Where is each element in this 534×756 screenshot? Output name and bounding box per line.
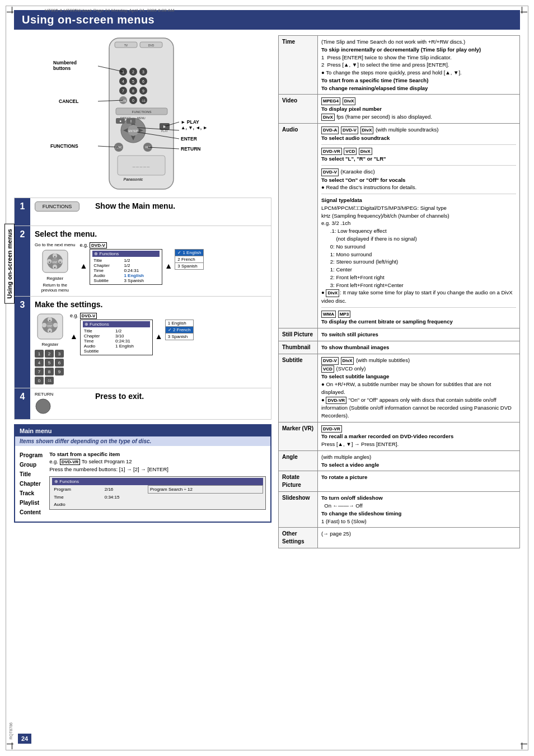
content-subtitle: DVD-V DivX (with multiple subtitles) VCD… [318,354,520,422]
svg-text:MENU: MENU [137,116,146,120]
table-row: Subtitle [83,349,150,354]
step-3-menu-table: Title1/2 Chapter3/10 Time0:24:31 Audio1 … [83,328,150,354]
tag-mp3: MP3 [338,311,350,318]
desc-program-bold: To start from a specific item [49,451,120,457]
step-2-screen-menu: ⊕ Functions Title1/2 Chapter1/2 Time0:24… [90,249,162,285]
step-3-option-1: 1 English [165,320,194,327]
content-thumbnail: To show thumbnail images [318,341,520,354]
cell [148,494,263,501]
svg-text:FUNCTIONS: FUNCTIONS [50,143,78,149]
svg-text:◄: ◄ [48,260,50,264]
svg-text:ENTER: ENTER [181,136,197,142]
step-3-register: Register [35,342,65,347]
tag-dvd-v-sub: DVD-V [321,357,339,365]
num-7: 7 [35,368,44,375]
step-3-option-3: 3 Spanish [165,334,194,340]
svg-text:6: 6 [142,79,144,83]
table-row-slideshow: Slideshow To turn on/off slideshow On ←—… [279,492,520,528]
step-1-row: 1 FUNCTIONS Show the Main menu. [15,198,271,226]
step-3-disc: DVD-V [80,313,97,319]
svg-text:ENT: ENT [53,261,58,264]
angle-bold: To select a video angle [321,462,379,468]
label-rotate: RotatePicture [279,471,318,492]
step-1-number: 1 [15,198,30,226]
time-bold-2: To start from a specific time (Time Sear… [321,77,428,83]
cell: 2/16 [103,486,148,494]
content-video: MPEG4 DivX To display pixel number DivX … [318,95,520,124]
step-1-button: FUNCTIONS [35,201,79,212]
content-time: (Time Slip and Time Search do not work w… [318,36,520,95]
table-row: Subtitle3 Spanish [92,278,160,283]
cell [148,501,263,508]
content-angle: (with multiple angles) To select a video… [318,450,520,471]
main-menu-items-list: Program Group Title Chapter Track Playli… [20,450,43,517]
svg-text:►: ► [59,260,62,264]
table-row: Time0:24:31 [83,339,150,344]
time-bold-3: To change remaining/elapsed time display [321,85,428,91]
main-menu-subtitle: Items shown differ depending on the type… [15,436,270,446]
cell [103,501,148,508]
step-2-title: Select the menu. [35,229,97,238]
content-audio: DVD-A DVD-V DivX (with multiple soundtra… [318,124,520,328]
file-header: HT995 & HT995W.book Page 24 Monday, Apri… [45,8,175,13]
content-slideshow: To turn on/off slideshow On ←——→ Off To … [318,492,520,528]
step-4-button-label: RETURN [35,392,91,397]
cell: Program [52,486,103,494]
label-still: Still Picture [279,328,318,341]
svg-text:8: 8 [132,89,134,93]
svg-text:9: 9 [142,89,144,93]
slideshow-bold-2: To change the slideshow timing [321,510,401,516]
step-2-detail: Go to the next menu ▲ ▼ ◄ ► ENT [35,242,204,293]
table-row: Time 0:34:15 [52,494,263,501]
desc-disc-tag: DVD-VR [60,459,81,465]
svg-text:ENT: ENT [48,325,53,327]
page-title: Using on-screen menus [22,13,512,26]
step-2-left-arrow: ▲ [80,249,88,283]
step-2-remote: Go to the next menu ▲ ▼ ◄ ► ENT [35,242,76,293]
table-row: Chapter3/10 [83,334,150,339]
svg-text:0: 0 [132,98,134,102]
corner-br [516,738,527,749]
num-3: 3 [55,350,64,358]
step-3-numgrid: 1 2 3 4 5 6 7 8 9 0 ·11 [35,350,65,384]
cell: Audio [52,501,103,508]
step-2-eg: e.g. DVD-V [80,242,204,248]
tag-divx-note: DivX [326,289,339,297]
tag-divx-1: DivX [360,126,374,134]
tag-dvd-a: DVD-A [321,126,339,134]
rotate-bold: To rotate a picture [321,474,367,480]
step-2-remote-svg: ▲ ▼ ◄ ► ENT [40,249,71,274]
svg-point-87 [42,323,46,327]
cell: Time [52,494,103,501]
step-3-menus: ▲ ⊕ Functions Title1/2 Chapter3/10 Time0… [70,320,194,355]
svg-text:5: 5 [132,79,134,83]
main-menu-mini-screen: ⊕ Functions Program 2/16 Program Search … [49,476,266,510]
table-row-marker: Marker (VR) DVD-VR To recall a marker re… [279,422,520,450]
tag-divx-2: DivX [359,148,372,156]
tag-dvd-vr-sub: DVD-VR [326,397,346,405]
left-column: TV DVD 1 2 3 4 5 6 7 8 9 [14,35,271,548]
step-3-option-2: ✓ 2 French [165,327,194,334]
step-2-content: Select the menu. Go to the next menu ▲ [30,226,271,296]
step-4-diagram: RETURN [35,392,91,416]
content-rotate: To rotate a picture [318,471,520,492]
step-3-number: 3 [15,297,30,388]
main-menu-content: Program Group Title Chapter Track Playli… [15,446,270,522]
audio-bold-4: Signal type/data [321,197,362,203]
main-menu-header-text: Main menu [15,425,270,436]
label-angle: Angle [279,450,318,471]
tag-dvd-vr-marker: DVD-VR [321,425,342,433]
cell: Program Search ÷ 12 [148,486,263,494]
desc-program: To start from a specific item e.g. DVD-V… [49,450,266,473]
table-row-audio: Audio DVD-A DVD-V DivX (with multiple so… [279,124,520,328]
corner-tr [516,7,527,18]
svg-text:||: || [130,119,132,123]
content-still: To switch still pictures [318,328,520,341]
svg-text:RETURN: RETURN [181,146,200,152]
tag-divx-fps: DivX [321,114,335,121]
svg-text:— — — — —: — — — — — [133,165,150,168]
tag-vcd-sub: VCD [321,365,334,373]
table-row: Audio [52,501,263,508]
svg-text:4: 4 [122,79,124,83]
step-4-content: RETURN Press to exit. [30,388,271,419]
